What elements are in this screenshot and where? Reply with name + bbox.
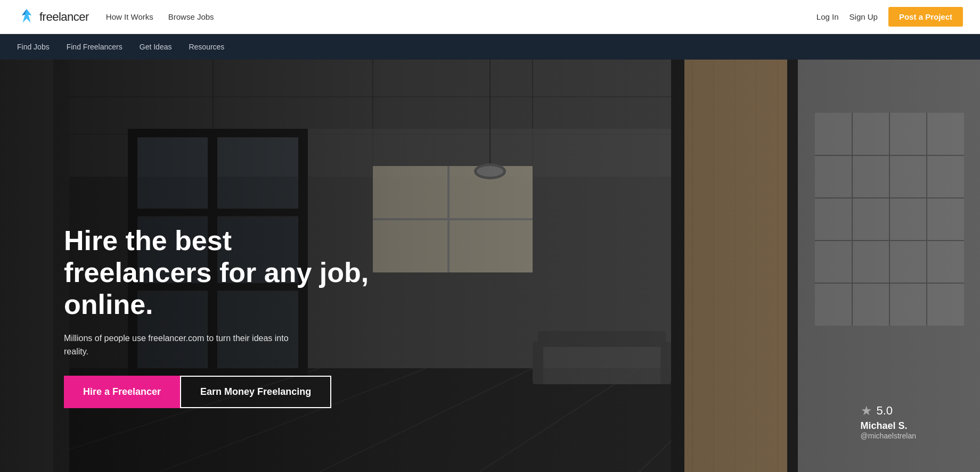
rating-score: 5.0 [877,404,893,418]
earn-money-button[interactable]: Earn Money Freelancing [180,376,331,408]
rating-name: Michael S. [861,420,916,432]
hero-section: Hire the best freelancers for any job, o… [0,60,980,472]
top-nav-right: Log In Sign Up Post a Project [816,7,963,27]
top-navigation: freelancer How It Works Browse Jobs Log … [0,0,980,34]
logo-text: freelancer [39,10,89,24]
nav-find-freelancers[interactable]: Find Freelancers [67,43,123,51]
login-link[interactable]: Log In [816,12,839,21]
hero-content: Hire the best freelancers for any job, o… [64,225,373,408]
logo-icon [17,7,36,27]
hero-headline: Hire the best freelancers for any job, o… [64,225,373,320]
rating-stars: ★ 5.0 [861,403,916,418]
top-nav-links: How It Works Browse Jobs [106,12,214,22]
nav-how-it-works[interactable]: How It Works [106,12,153,21]
rating-handle: @michaelstrelan [861,432,916,440]
nav-browse-jobs[interactable]: Browse Jobs [168,12,214,21]
nav-resources[interactable]: Resources [189,43,224,51]
nav-find-jobs[interactable]: Find Jobs [17,43,50,51]
star-icon: ★ [861,403,872,418]
signup-link[interactable]: Sign Up [850,12,878,21]
logo[interactable]: freelancer [17,7,89,27]
svg-marker-0 [22,9,31,23]
nav-get-ideas[interactable]: Get Ideas [140,43,172,51]
post-project-button[interactable]: Post a Project [888,7,963,27]
hire-freelancer-button[interactable]: Hire a Freelancer [64,376,180,408]
rating-badge: ★ 5.0 Michael S. @michaelstrelan [861,403,916,440]
hero-buttons: Hire a Freelancer Earn Money Freelancing [64,376,373,408]
hero-subtext: Millions of people use freelancer.com to… [64,332,298,359]
secondary-navigation: Find Jobs Find Freelancers Get Ideas Res… [0,34,980,60]
